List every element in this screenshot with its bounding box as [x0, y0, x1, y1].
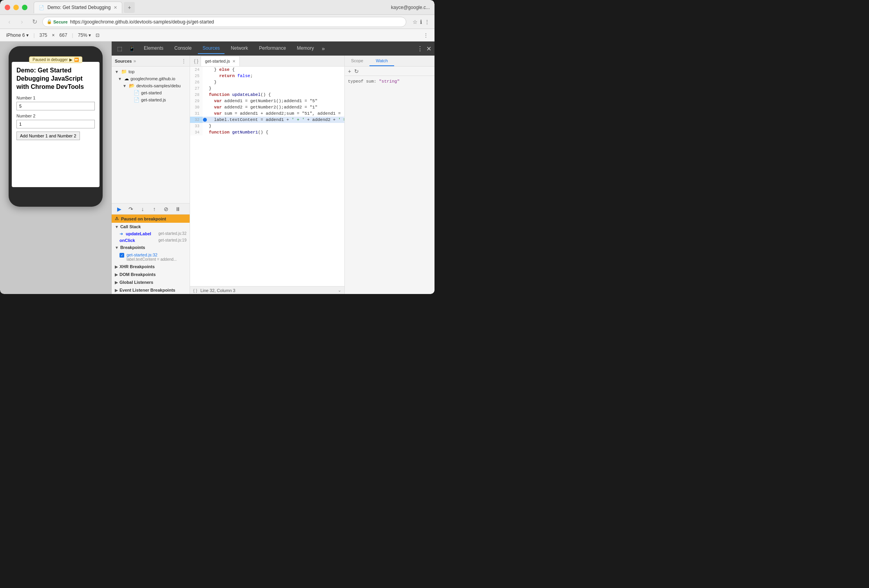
rotate-icon[interactable]: ⊡ — [96, 32, 100, 38]
tab-title: Demo: Get Started Debugging — [47, 5, 110, 10]
number1-input[interactable] — [16, 102, 95, 110]
deactivate-button[interactable]: ⊘ — [162, 205, 170, 213]
devtools-menu-icon[interactable]: ⋮ — [417, 45, 423, 52]
viewport-height: 667 — [60, 32, 67, 38]
zoom-level[interactable]: 75% ▾ — [78, 32, 91, 38]
sources-toolbar: Sources » ⋮ — [112, 56, 190, 67]
status-bar: { } Line 32, Column 3 ⌄ — [190, 286, 344, 294]
devtools-body: Sources » ⋮ ▼ 📁 top ▼ ☁ — [112, 56, 434, 294]
folder-icon: 📂 — [129, 83, 135, 88]
code-line-32: 32 label.textContent = addend1 + ' + ' +… — [190, 117, 344, 123]
devtools-more-tabs[interactable]: » — [322, 45, 325, 52]
callstack-header[interactable]: ▼ Call Stack — [112, 223, 190, 231]
tree-label-file2: get-started.js — [141, 97, 166, 102]
file-icon-2: 📄 — [134, 97, 139, 103]
add-watch-button[interactable]: + — [348, 68, 351, 74]
number2-label: Number 2 — [16, 114, 95, 118]
tree-label-domain: googlechrome.github.io — [130, 76, 175, 81]
new-tab-button[interactable]: + — [124, 2, 135, 13]
devtools-panel: ⬚ 📱 Elements Console Sources Network Per… — [112, 41, 434, 294]
refresh-watch-button[interactable]: ↻ — [354, 68, 359, 74]
breakpoint-item-1[interactable]: ✓ get-started.js:32 label.textContent = … — [112, 251, 190, 263]
close-button[interactable] — [5, 5, 10, 10]
tab-performance[interactable]: Performance — [254, 43, 291, 54]
bookmark-button[interactable]: ☆ — [413, 19, 418, 25]
tree-item-folder[interactable]: ▼ 📂 devtools-samples/debu — [112, 82, 190, 89]
xhr-breakpoints-header[interactable]: ▶ XHR Breakpoints — [112, 263, 190, 271]
devtools-tabbar: ⬚ 📱 Elements Console Sources Network Per… — [112, 41, 434, 56]
tree-label-top: top — [129, 69, 134, 74]
bp-checkbox-1[interactable]: ✓ — [119, 253, 124, 258]
sources-tab-label[interactable]: Sources — [115, 59, 132, 63]
tree-item-top[interactable]: ▼ 📁 top — [112, 68, 190, 75]
status-text: Line 32, Column 3 — [200, 288, 235, 293]
editor-tab-close-icon[interactable]: ✕ — [232, 59, 235, 63]
global-listeners-header[interactable]: ▶ Global Listeners — [112, 278, 190, 286]
editor-tabs: { } get-started.js ✕ — [190, 56, 344, 67]
tree-item-file2[interactable]: 📄 get-started.js — [112, 96, 190, 103]
callstack-item-2[interactable]: onClick get-started.js:19 — [112, 237, 190, 243]
device-select[interactable]: iPhone 6 ▾ — [6, 32, 29, 38]
more-options-button[interactable]: ⋮ — [424, 32, 428, 38]
tab-memory[interactable]: Memory — [292, 43, 319, 54]
step-out-button[interactable]: ↑ — [150, 205, 159, 213]
format-icon[interactable]: { } — [193, 288, 197, 293]
sources-menu-icon[interactable]: ⋮ — [181, 58, 186, 64]
add-button[interactable]: Add Number 1 and Number 2 — [16, 132, 80, 140]
dom-breakpoints-header[interactable]: ▶ DOM Breakpoints — [112, 271, 190, 278]
resume-button[interactable]: ▶ — [115, 205, 123, 213]
tab-console[interactable]: Console — [170, 43, 196, 54]
code-panel: { } get-started.js ✕ 24 } else { — [190, 56, 344, 294]
tab-bar: 📄 Demo: Get Started Debugging ✕ + — [34, 2, 391, 13]
sources-more-icon[interactable]: » — [133, 58, 136, 64]
editor-tab-active[interactable]: get-started.js ✕ — [201, 56, 240, 66]
forward-button[interactable]: › — [17, 17, 27, 27]
tree-item-file1[interactable]: 📄 get-started — [112, 89, 190, 96]
active-tab[interactable]: 📄 Demo: Get Started Debugging ✕ — [34, 2, 122, 13]
callstack-arrow: ▼ — [115, 225, 119, 229]
tree-item-domain[interactable]: ▼ ☁ googlechrome.github.io — [112, 75, 190, 82]
code-editor[interactable]: 24 } else { 25 return false; 2 — [190, 67, 344, 286]
tab-sources[interactable]: Sources — [198, 43, 224, 54]
tree-label-folder: devtools-samples/debu — [136, 83, 181, 88]
extension-button[interactable]: ℹ — [420, 19, 422, 25]
expand-icon[interactable]: ⌄ — [338, 288, 341, 293]
callstack-name-2: onClick — [119, 238, 135, 243]
tab-scope[interactable]: Scope — [345, 56, 369, 66]
devtools-close-icon[interactable]: ✕ — [426, 45, 431, 52]
tab-close-icon[interactable]: ✕ — [114, 5, 117, 10]
step-into-button[interactable]: ↓ — [138, 205, 147, 213]
callstack-name-1: updateLabel — [126, 231, 151, 236]
callstack-item-1[interactable]: ➜ updateLabel get-started.js:32 — [112, 231, 190, 237]
address-bar[interactable]: 🔒 Secure https://googlechrome.github.io/… — [42, 17, 406, 27]
device-icon-button[interactable]: 📱 — [126, 44, 138, 53]
event-arrow: ▶ — [115, 288, 118, 292]
step-over-button[interactable]: ↷ — [127, 205, 135, 213]
inspector-icon-button[interactable]: ⬚ — [115, 44, 125, 53]
code-line-28: 28 function updateLabel() { — [190, 92, 344, 98]
pause-exceptions-button[interactable]: ⏸ — [174, 205, 182, 213]
maximize-button[interactable] — [22, 5, 27, 10]
tab-watch[interactable]: Watch — [369, 56, 394, 66]
back-button[interactable]: ‹ — [5, 17, 14, 27]
dom-arrow: ▶ — [115, 272, 118, 277]
sources-panel: Sources » ⋮ ▼ 📁 top ▼ ☁ — [112, 56, 190, 294]
paused-bar: ⚠ Paused on breakpoint — [112, 215, 190, 223]
event-label: Event Listener Breakpoints — [119, 288, 175, 292]
global-arrow: ▶ — [115, 280, 118, 285]
main-content: Paused in debugger ▶ ⏩ Demo: Get Started… — [0, 41, 434, 294]
reload-button[interactable]: ↻ — [30, 17, 39, 27]
tab-elements[interactable]: Elements — [139, 43, 168, 54]
step-icon[interactable]: ⏩ — [74, 58, 79, 62]
minimize-button[interactable] — [13, 5, 19, 10]
menu-button[interactable]: ⋮ — [424, 19, 430, 25]
tab-network[interactable]: Network — [226, 43, 253, 54]
resume-icon[interactable]: ▶ — [69, 58, 72, 62]
event-breakpoints-header[interactable]: ▶ Event Listener Breakpoints — [112, 286, 190, 294]
number2-input[interactable] — [16, 120, 95, 128]
breakpoints-header[interactable]: ▼ Breakpoints — [112, 243, 190, 251]
tab-page-icon: 📄 — [39, 5, 44, 10]
code-line-27: 27 } — [190, 85, 344, 92]
global-label: Global Listeners — [119, 280, 153, 285]
browser-window: 📄 Demo: Get Started Debugging ✕ + kayce@… — [0, 0, 434, 294]
